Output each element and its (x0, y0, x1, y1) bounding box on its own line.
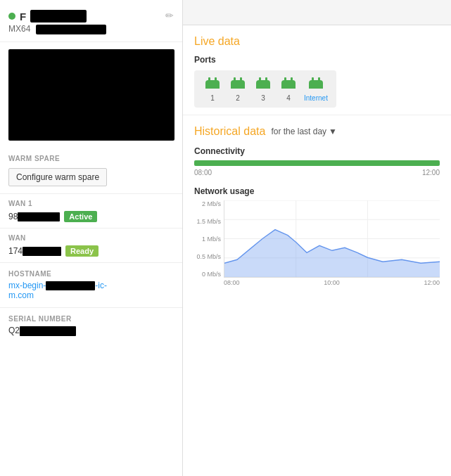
wan2-status-badge: Ready (65, 245, 99, 257)
chart-svg (224, 200, 440, 277)
y-label-1-5: 1.5 Mb/s (196, 218, 221, 225)
device-name-row: F (8, 10, 106, 22)
connectivity-label: Connectivity (194, 146, 440, 156)
serial-section: SERIAL NUMBER Q2 (0, 308, 182, 343)
port-item-internet: Internet (304, 76, 328, 102)
status-dot (8, 13, 15, 20)
port-icon-2 (228, 76, 248, 93)
wan1-ip: 98 (8, 212, 60, 221)
configure-warm-spare-button[interactable]: Configure warm spare (8, 168, 107, 186)
svg-rect-8 (312, 77, 314, 81)
connectivity-time-start: 08:00 (194, 169, 212, 176)
port-4-number: 4 (286, 94, 291, 102)
wan2-section: WAN 174 Ready (0, 229, 182, 263)
device-model: MX64 (8, 24, 106, 34)
connectivity-time-end: 12:00 (422, 169, 440, 176)
port-2-number: 2 (236, 94, 240, 102)
device-name: F (20, 11, 26, 22)
device-image (8, 49, 174, 141)
wan2-ip: 174 (8, 246, 61, 256)
svg-rect-9 (318, 77, 320, 81)
port-item-2: 2 (228, 76, 248, 102)
historical-data-section: Historical data for the last day ▼ Conne… (183, 115, 451, 299)
port-item-4: 4 (279, 76, 298, 102)
port-icon-3 (253, 76, 273, 93)
wan1-status-badge: Active (64, 211, 97, 222)
historical-data-title: Historical data (194, 125, 265, 138)
time-range-selector[interactable]: for the last day ▼ (271, 127, 337, 136)
y-label-0-5: 0.5 Mb/s (196, 253, 221, 260)
network-usage-label: Network usage (194, 186, 440, 196)
svg-rect-7 (291, 77, 293, 81)
device-model-redacted (36, 25, 106, 34)
device-title-area: F MX64 (8, 10, 106, 34)
ports-icons-row: 1 2 (203, 76, 328, 102)
x-label-12: 12:00 (424, 279, 440, 292)
y-label-2: 2 Mb/s (202, 200, 221, 207)
wan1-label: WAN 1 (8, 200, 174, 207)
serial-label: SERIAL NUMBER (8, 315, 174, 323)
right-panel: Live data Ports 1 (183, 0, 451, 476)
port-internet-label: Internet (304, 94, 328, 102)
svg-rect-0 (208, 77, 210, 81)
svg-rect-4 (259, 77, 261, 81)
ports-label: Ports (194, 55, 440, 65)
svg-rect-1 (215, 77, 217, 81)
chart-y-axis: 2 Mb/s 1.5 Mb/s 1 Mb/s 0.5 Mb/s 0 Mb/s (194, 200, 224, 278)
historical-header: Historical data for the last day ▼ (194, 125, 440, 138)
live-data-title: Live data (194, 35, 440, 48)
connectivity-time-labels: 08:00 12:00 (194, 169, 440, 176)
chart-x-labels: 08:00 10:00 12:00 (224, 279, 440, 292)
port-icon-4 (279, 76, 298, 93)
time-range-label: for the last day (271, 127, 326, 136)
svg-rect-5 (265, 77, 267, 81)
svg-rect-3 (240, 77, 242, 81)
svg-rect-6 (284, 77, 286, 81)
warm-spare-label: WARM SPARE (8, 155, 174, 162)
hostname-section: HOSTNAME mx-begin--ic-m.com (0, 263, 182, 308)
x-label-08: 08:00 (224, 279, 240, 292)
chart-svg-area (224, 200, 440, 278)
warm-spare-section: WARM SPARE Configure warm spare (0, 148, 182, 194)
ports-container: 1 2 (194, 70, 336, 108)
edit-icon[interactable]: ✏ (165, 10, 174, 21)
y-label-0: 0 Mb/s (202, 271, 221, 278)
port-item-1: 1 (203, 76, 222, 102)
port-item-3: 3 (253, 76, 273, 102)
network-usage-chart: 2 Mb/s 1.5 Mb/s 1 Mb/s 0.5 Mb/s 0 Mb/s (194, 200, 440, 292)
device-header: F MX64 ✏ (0, 0, 182, 42)
device-name-redacted (30, 10, 87, 22)
hostname-label: HOSTNAME (8, 270, 174, 278)
serial-value: Q2 (8, 326, 174, 336)
wan2-label: WAN (8, 234, 174, 242)
left-panel: F MX64 ✏ WARM SPARE Configure warm spare… (0, 0, 183, 476)
port-3-number: 3 (261, 94, 265, 102)
wan1-row: 98 Active (8, 211, 174, 222)
wan2-row: 174 Ready (8, 245, 174, 257)
wan1-section: WAN 1 98 Active (0, 194, 182, 229)
connectivity-bar-container (194, 160, 440, 166)
connectivity-bar (194, 160, 440, 166)
chevron-down-icon: ▼ (329, 127, 337, 136)
port-1-number: 1 (210, 94, 215, 102)
y-label-1: 1 Mb/s (202, 236, 221, 243)
live-data-section: Live data Ports 1 (183, 25, 451, 115)
port-icon-1 (203, 76, 222, 93)
hostname-value: mx-begin--ic-m.com (8, 281, 174, 300)
right-top-bar (183, 0, 451, 25)
port-icon-internet (306, 76, 326, 93)
x-label-10: 10:00 (324, 279, 340, 292)
svg-rect-2 (234, 77, 236, 81)
